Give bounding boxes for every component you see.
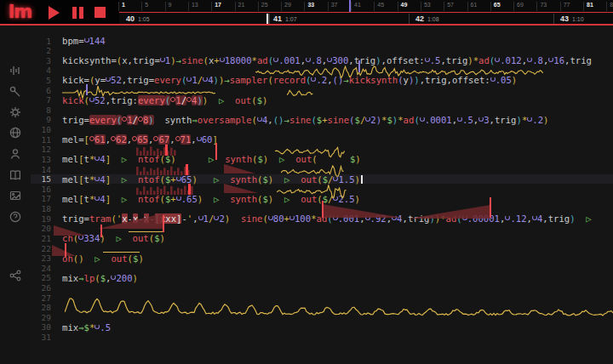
code-token bbox=[203, 194, 214, 204]
code-line[interactable]: mix⇒lp($,200) bbox=[62, 273, 138, 283]
code-token: every bbox=[138, 95, 165, 105]
book-icon[interactable] bbox=[9, 168, 22, 182]
beat-label: 29 bbox=[284, 2, 291, 8]
code-token: , bbox=[192, 213, 198, 224]
code-token: ( bbox=[268, 55, 273, 65]
timeline-ruler[interactable]: 1591317212529333741454953576165697377818… bbox=[119, 0, 613, 26]
code-token: out bbox=[235, 95, 251, 105]
code-token: sine bbox=[241, 213, 263, 224]
code-line[interactable]: trig=every(1/8) synth⇒oversample(4,()→si… bbox=[62, 115, 548, 125]
pause-button[interactable] bbox=[72, 6, 86, 20]
code-line[interactable]: kick(52,trig:every(1/4)) ▷ out($) bbox=[62, 95, 267, 105]
code-token bbox=[111, 174, 122, 185]
code-token bbox=[176, 154, 209, 164]
code-token: trig= bbox=[62, 115, 89, 125]
code-token: synth bbox=[154, 115, 192, 125]
code-line[interactable]: mel=[61,62,65,67,71,60] bbox=[62, 134, 218, 145]
code-line[interactable]: ch(334) ▷ out($) bbox=[62, 233, 165, 243]
code-line[interactable]: trig=tram('x-x-x-[xxx]-',1/2) sine(80+10… bbox=[62, 213, 592, 224]
code-token: .2 bbox=[316, 75, 327, 85]
code-token bbox=[100, 253, 112, 264]
audio-wave-icon[interactable] bbox=[9, 64, 22, 77]
timeline-playhead[interactable] bbox=[349, 0, 351, 12]
beat-tick bbox=[258, 2, 259, 11]
measure-divider bbox=[409, 14, 410, 24]
stop-button[interactable] bbox=[95, 6, 108, 20]
knob-widget[interactable] bbox=[89, 136, 95, 141]
beat-label: 65 bbox=[494, 2, 501, 8]
line-number: 22 bbox=[32, 244, 51, 253]
code-token: + bbox=[214, 55, 219, 65]
code-token: 300 bbox=[332, 55, 348, 65]
code-editor[interactable]: 1bpm=14423kicksynth=(x,trig=1)→sine(x+18… bbox=[31, 26, 613, 364]
code-line[interactable]: kick=(y=52,trig=every(1/4))→sampler(reco… bbox=[62, 75, 517, 85]
code-token: - bbox=[149, 213, 154, 224]
code-token: out bbox=[133, 233, 149, 243]
code-token: [xxx] bbox=[155, 213, 182, 224]
code-token: 200 bbox=[116, 273, 132, 283]
code-token bbox=[576, 213, 587, 224]
knob-widget[interactable] bbox=[175, 136, 180, 141]
wrench-icon[interactable] bbox=[9, 85, 22, 99]
code-line[interactable]: mel[t*4] ▷ ntof($+65) ▷ synth($) ▷ out($… bbox=[62, 174, 360, 185]
pause-icon bbox=[79, 7, 83, 19]
code-token: synth bbox=[230, 174, 257, 185]
measure-label: 421:08 bbox=[415, 14, 439, 23]
beat-tick bbox=[351, 2, 352, 11]
line-number: 16 bbox=[32, 185, 51, 194]
code-token: .5 bbox=[462, 115, 473, 125]
pause-icon bbox=[72, 7, 77, 19]
code-token bbox=[127, 194, 138, 204]
play-button[interactable] bbox=[49, 6, 62, 20]
code-token: - bbox=[138, 213, 143, 224]
stop-icon bbox=[95, 7, 106, 18]
code-token: .65 bbox=[181, 194, 198, 204]
beat-ruler-line bbox=[119, 12, 613, 14]
beat-label: 9 bbox=[169, 2, 172, 8]
share-nodes-icon[interactable] bbox=[9, 269, 22, 282]
code-token: tram bbox=[89, 213, 112, 224]
beat-tick bbox=[421, 2, 421, 11]
measure-divider bbox=[266, 14, 268, 24]
line-number: 31 bbox=[32, 333, 51, 342]
code-token: 52 bbox=[111, 75, 122, 85]
code-token: () bbox=[73, 253, 84, 264]
gear-icon[interactable] bbox=[9, 105, 22, 119]
code-line[interactable]: mix⇒$*.5 bbox=[62, 322, 111, 333]
code-token: .5 bbox=[100, 322, 111, 333]
code-line[interactable]: mel[t*4] ▷ ntof($) ▷ synth($) ▷ out( $) bbox=[62, 154, 361, 164]
beat-tick bbox=[560, 2, 561, 11]
code-token: ntof bbox=[138, 194, 160, 204]
code-token: ( bbox=[84, 95, 89, 105]
code-token bbox=[289, 174, 301, 185]
code-token: ,offset: bbox=[381, 55, 425, 65]
code-line[interactable]: bpm=144 bbox=[62, 36, 106, 46]
code-line[interactable]: kicksynth=(x,trig=1)→sine(x+18000*ad(.00… bbox=[62, 55, 592, 65]
globe-icon[interactable] bbox=[9, 126, 22, 139]
image-icon[interactable] bbox=[9, 189, 22, 202]
code-token: , bbox=[527, 213, 532, 224]
code-line[interactable]: oh() ▷ out($) bbox=[62, 253, 144, 264]
line-number: 7 bbox=[32, 95, 51, 105]
measure-label: 401:05 bbox=[126, 14, 150, 23]
beat-tick bbox=[444, 2, 444, 11]
help-icon[interactable] bbox=[9, 210, 22, 224]
code-token: / bbox=[133, 115, 138, 125]
code-token: 65 bbox=[181, 174, 192, 185]
code-token: , bbox=[322, 55, 327, 65]
code-line[interactable]: mel[t*4] ▷ ntof($+.65) ▷ synth($) ▷ out(… bbox=[62, 194, 360, 204]
code-token bbox=[198, 174, 214, 185]
line-number: 8 bbox=[32, 105, 51, 115]
code-token bbox=[284, 154, 295, 164]
code-token bbox=[219, 194, 230, 204]
code-token: , bbox=[387, 213, 392, 224]
beat-tick bbox=[211, 2, 212, 11]
measure-label: 431:10 bbox=[560, 14, 584, 23]
code-token: ,trig bbox=[542, 213, 570, 224]
line-number: 20 bbox=[32, 224, 51, 233]
user-icon[interactable] bbox=[9, 147, 22, 161]
code-token: oh bbox=[62, 253, 73, 264]
code-token: out bbox=[295, 154, 312, 164]
code-token: ( bbox=[456, 213, 461, 224]
code-token: kicksynth bbox=[349, 75, 398, 85]
